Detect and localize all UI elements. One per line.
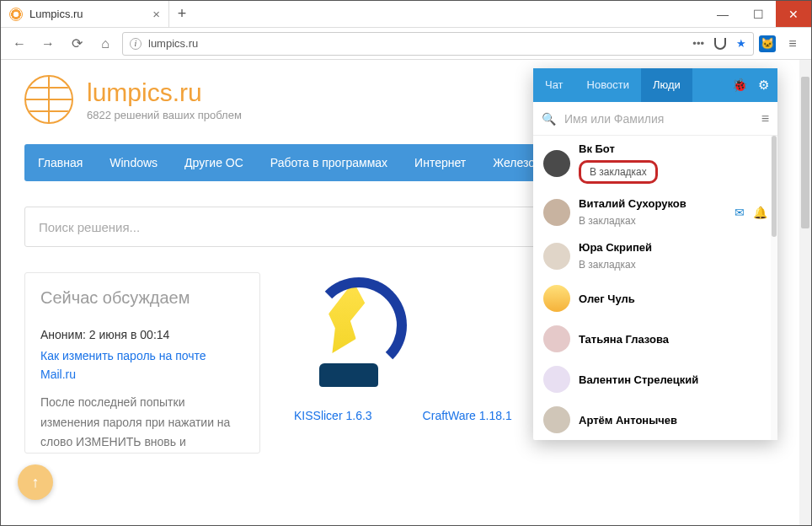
popup-search: 🔍 ≡	[533, 102, 777, 136]
close-window-button[interactable]: ✕	[776, 1, 811, 27]
discuss-link[interactable]: Как изменить пароль на почте Mail.ru	[40, 346, 244, 384]
new-tab-button[interactable]: +	[169, 1, 195, 27]
people-list: Вк Бот В закладках Виталий Сухоруков В з…	[533, 136, 777, 440]
avatar	[543, 325, 570, 352]
person-name: Виталий Сухоруков	[579, 197, 726, 210]
nav-link[interactable]: Работа в программах	[257, 144, 401, 181]
window-controls: — ☐ ✕	[705, 1, 811, 27]
avatar	[543, 199, 570, 226]
avatar	[543, 285, 570, 312]
person-row[interactable]: Олег Чуль	[533, 278, 777, 319]
person-row[interactable]: Артём Антонычев	[533, 400, 777, 440]
page-actions-icon[interactable]: •••	[692, 37, 704, 50]
mail-icon[interactable]: ✉	[735, 206, 745, 219]
nav-link[interactable]: Главная	[24, 144, 96, 181]
extension-icon[interactable]: 🐱	[759, 35, 776, 52]
tab-title: Lumpics.ru	[29, 8, 83, 20]
person-name: Валентин Стрелецкий	[579, 373, 767, 386]
forward-button[interactable]: →	[36, 32, 60, 56]
discuss-widget: Сейчас обсуждаем Аноним: 2 июня в 00:14 …	[24, 272, 260, 454]
discuss-heading: Сейчас обсуждаем	[40, 288, 244, 308]
logo-icon	[24, 75, 73, 124]
url-bar[interactable]: i lumpics.ru ••• ★	[122, 32, 754, 56]
gear-icon[interactable]: ⚙	[758, 78, 769, 93]
close-tab-icon[interactable]: ×	[152, 7, 160, 21]
scroll-top-button[interactable]: ↑	[18, 464, 53, 500]
url-text: lumpics.ru	[148, 37, 198, 50]
person-name: Артём Антонычев	[579, 414, 767, 427]
person-name: Татьяна Глазова	[579, 333, 767, 346]
item-name: KISSlicer 1.6.3	[294, 409, 372, 422]
bookmarks-badge: В закладках	[579, 215, 636, 227]
person-row[interactable]: Виталий Сухоруков В закладках ✉ 🔔	[533, 191, 777, 234]
toolbar: ← → ⟳ ⌂ i lumpics.ru ••• ★ 🐱 ≡	[1, 28, 811, 60]
item-card[interactable]: KISSlicer 1.6.3	[294, 286, 372, 454]
favicon-icon	[9, 8, 23, 21]
minimize-button[interactable]: —	[705, 1, 740, 27]
popup-tabs: Чат Новости Люди 🐞 ⚙	[533, 68, 777, 102]
item-thumb-icon	[294, 277, 403, 387]
nav-link[interactable]: Windows	[96, 144, 171, 181]
avatar	[543, 243, 570, 270]
site-info-icon[interactable]: i	[130, 38, 142, 50]
list-menu-icon[interactable]: ≡	[761, 111, 769, 126]
item-card[interactable]: CraftWare 1.18.1	[423, 286, 512, 454]
bookmarks-badge: В закладках	[579, 259, 636, 271]
extension-popup: Чат Новости Люди 🐞 ⚙ 🔍 ≡ Вк Бот	[533, 68, 777, 440]
site-tagline: 6822 решений ваших проблем	[87, 109, 242, 121]
people-search-input[interactable]	[564, 112, 753, 126]
person-row[interactable]: Вк Бот В закладках	[533, 136, 777, 191]
person-name: Олег Чуль	[579, 293, 767, 305]
search-icon: 🔍	[542, 112, 556, 126]
tab-chat[interactable]: Чат	[533, 68, 575, 102]
hamburger-menu-button[interactable]: ≡	[781, 32, 804, 56]
nav-link[interactable]: Интернет	[401, 144, 479, 181]
person-row[interactable]: Валентин Стрелецкий	[533, 359, 777, 400]
back-button[interactable]: ←	[8, 32, 31, 56]
bug-icon[interactable]: 🐞	[732, 78, 748, 93]
bookmark-star-icon[interactable]: ★	[736, 37, 746, 50]
popup-scrollbar[interactable]	[771, 136, 777, 440]
person-row[interactable]: Юра Скрипей В закладках	[533, 234, 777, 278]
person-row[interactable]: Татьяна Глазова	[533, 319, 777, 359]
page-scrollbar[interactable]	[799, 60, 811, 525]
tab-people[interactable]: Люди	[641, 68, 692, 102]
home-button[interactable]: ⌂	[93, 32, 117, 56]
browser-window: Lumpics.ru × + — ☐ ✕ ← → ⟳ ⌂ i lumpics.r…	[0, 0, 812, 526]
person-name: Вк Бот	[579, 142, 767, 155]
discuss-body: После последней попытки изменения пароля…	[40, 393, 244, 453]
person-name: Юра Скрипей	[579, 241, 767, 254]
nav-link[interactable]: Другие ОС	[171, 144, 257, 181]
maximize-button[interactable]: ☐	[740, 1, 776, 27]
pocket-icon[interactable]	[714, 38, 726, 50]
avatar	[543, 406, 570, 433]
reload-button[interactable]: ⟳	[65, 32, 88, 56]
discuss-meta: Аноним: 2 июня в 00:14	[40, 328, 244, 341]
tab-news[interactable]: Новости	[575, 68, 641, 102]
item-name: CraftWare 1.18.1	[423, 409, 512, 422]
titlebar: Lumpics.ru × + — ☐ ✕	[1, 1, 811, 28]
site-name: lumpics.ru	[87, 78, 242, 107]
browser-tab[interactable]: Lumpics.ru ×	[1, 1, 169, 27]
avatar	[543, 150, 570, 177]
page-content: lumpics.ru 6822 решений ваших проблем Гл…	[1, 60, 811, 525]
bell-icon[interactable]: 🔔	[753, 206, 767, 219]
bookmarks-badge[interactable]: В закладках	[579, 160, 658, 184]
avatar	[543, 366, 570, 393]
